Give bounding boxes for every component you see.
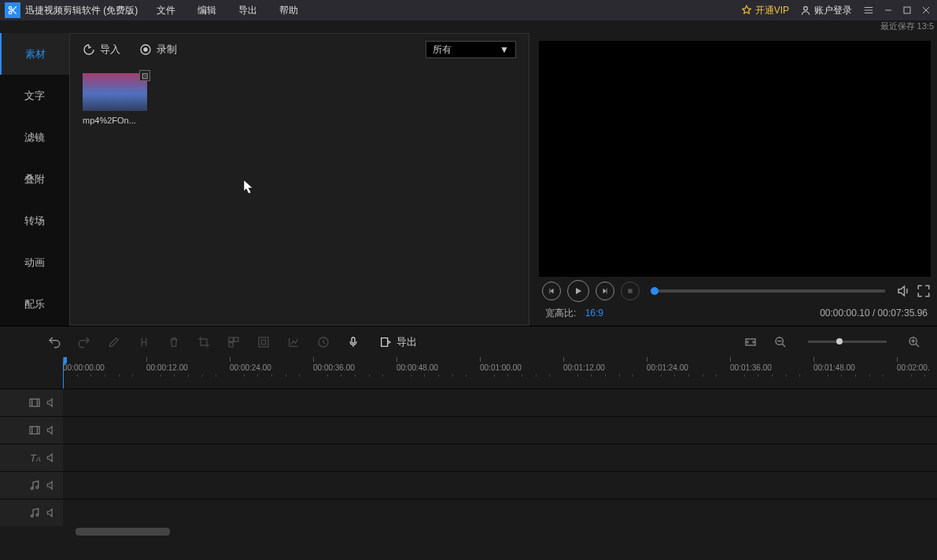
svg-point-22 [36, 514, 39, 516]
delete-tool[interactable] [167, 335, 181, 349]
sidebar-tab-filter[interactable]: 滤镜 [0, 116, 69, 158]
zoom-out-button[interactable] [773, 335, 788, 349]
fit-button[interactable] [743, 335, 758, 349]
track-audio-1[interactable] [0, 471, 937, 499]
menu-file[interactable]: 文件 [157, 4, 175, 17]
menu-edit[interactable]: 编辑 [197, 4, 216, 17]
time-sep: / [870, 308, 878, 319]
vip-button[interactable]: 开通VIP [741, 4, 789, 17]
sidebar-tab-text[interactable]: 文字 [0, 75, 69, 116]
svg-point-20 [36, 486, 39, 488]
timeline-ruler[interactable]: 00:00:00.0000:00:12.0000:00:24.0000:00:3… [63, 357, 937, 389]
svg-rect-6 [628, 289, 632, 293]
ruler-label: 00:01:24.00 [647, 363, 688, 372]
music-track-icon [28, 507, 41, 519]
volume-icon[interactable] [896, 284, 910, 298]
hamburger-icon[interactable] [863, 5, 874, 16]
media-panel: 导入 录制 所有 ▼ ⊡ mp4%2FOn... [69, 33, 529, 326]
app-title: 迅捷视频剪辑软件 (免费版) [25, 4, 138, 17]
mute-icon[interactable] [46, 397, 57, 408]
ruler-label: 00:02:00. [897, 363, 930, 372]
aspect-ratio-value[interactable]: 16:9 [585, 308, 603, 319]
titlebar: 迅捷视频剪辑软件 (免费版) 文件 编辑 导出 帮助 开通VIP 账户登录 [0, 0, 937, 20]
edit-tool[interactable] [107, 335, 121, 349]
redo-button[interactable] [77, 335, 91, 349]
voiceover-tool[interactable] [346, 335, 360, 349]
split-tool[interactable] [137, 335, 151, 349]
svg-point-21 [31, 515, 33, 518]
maximize-button[interactable] [902, 6, 912, 15]
ruler-label: 00:01:48.00 [813, 363, 855, 372]
app-logo [5, 2, 20, 18]
login-label: 账户登录 [814, 4, 852, 17]
login-button[interactable]: 账户登录 [800, 4, 852, 17]
time-total: 00:07:35.96 [878, 308, 928, 319]
vip-label: 开通VIP [755, 4, 789, 17]
filter-select-value: 所有 [433, 43, 452, 57]
sidebar-tab-overlay[interactable]: 叠附 [0, 158, 69, 200]
playhead[interactable] [63, 357, 64, 389]
mute-icon[interactable] [46, 452, 57, 463]
fullscreen-icon[interactable] [917, 284, 931, 298]
svg-rect-17 [30, 399, 39, 406]
track-audio-2[interactable] [0, 499, 937, 526]
mute-icon[interactable] [46, 507, 57, 518]
speed-tool[interactable] [286, 335, 301, 349]
next-frame-button[interactable] [596, 282, 614, 300]
close-button[interactable] [921, 6, 931, 15]
clip-label: mp4%2FOn... [83, 116, 147, 125]
undo-button[interactable] [47, 335, 61, 349]
ruler-label: 00:01:36.00 [730, 363, 772, 372]
sidebar-tab-animation[interactable]: 动画 [0, 242, 69, 284]
menu-export[interactable]: 导出 [238, 4, 257, 17]
ruler-label: 00:01:12.00 [563, 363, 605, 372]
svg-rect-9 [229, 342, 233, 346]
svg-rect-11 [261, 340, 265, 344]
chevron-down-icon: ▼ [500, 44, 509, 55]
ruler-label: 00:00:36.00 [313, 363, 355, 372]
freeze-tool[interactable] [256, 335, 271, 349]
ruler-label: 00:01:00.00 [480, 363, 522, 372]
prev-frame-button[interactable] [542, 282, 561, 300]
ruler-label: 00:00:00.00 [63, 363, 105, 372]
sidebar: 素材 文字 滤镜 叠附 转场 动画 配乐 [0, 33, 69, 326]
tracks-area: TA [0, 389, 937, 537]
sidebar-tab-transition[interactable]: 转场 [0, 201, 69, 242]
clip-add-button[interactable]: ⊡ [139, 70, 150, 81]
filter-select[interactable]: 所有 ▼ [426, 41, 516, 58]
window-controls [863, 5, 931, 16]
mute-icon[interactable] [46, 480, 57, 491]
import-button[interactable]: 导入 [83, 42, 120, 57]
mosaic-tool[interactable] [227, 335, 241, 349]
crop-tool[interactable] [197, 335, 211, 349]
record-button[interactable]: 录制 [139, 42, 177, 57]
media-clip[interactable]: ⊡ mp4%2FOn... [83, 73, 147, 125]
music-track-icon [28, 479, 41, 492]
play-button[interactable] [567, 280, 589, 302]
minimize-button[interactable] [884, 6, 893, 15]
track-video-2[interactable] [0, 416, 937, 444]
sidebar-tab-media[interactable]: 素材 [0, 33, 69, 75]
video-track-icon [28, 396, 41, 409]
save-time: 最近保存 13:5 [0, 20, 937, 33]
track-video-1[interactable] [0, 389, 937, 416]
zoom-slider[interactable] [808, 341, 887, 343]
svg-point-5 [144, 48, 147, 51]
zoom-in-button[interactable] [907, 335, 921, 349]
timeline-export-button[interactable]: 导出 [379, 335, 417, 349]
timeline-hscroll[interactable] [63, 526, 937, 537]
svg-rect-13 [352, 337, 355, 343]
seek-slider[interactable] [651, 289, 885, 293]
sidebar-tab-music[interactable]: 配乐 [0, 284, 69, 326]
svg-rect-3 [904, 7, 910, 13]
mute-icon[interactable] [46, 425, 57, 436]
svg-rect-18 [30, 426, 39, 433]
svg-rect-7 [229, 337, 233, 341]
track-text[interactable]: TA [0, 444, 937, 471]
menu-help[interactable]: 帮助 [279, 4, 298, 17]
stop-button[interactable] [621, 282, 640, 300]
timeline-toolbar: 导出 [0, 326, 937, 357]
duration-tool[interactable] [316, 335, 330, 349]
menubar: 文件 编辑 导出 帮助 [157, 4, 298, 17]
preview-screen[interactable] [539, 41, 931, 277]
